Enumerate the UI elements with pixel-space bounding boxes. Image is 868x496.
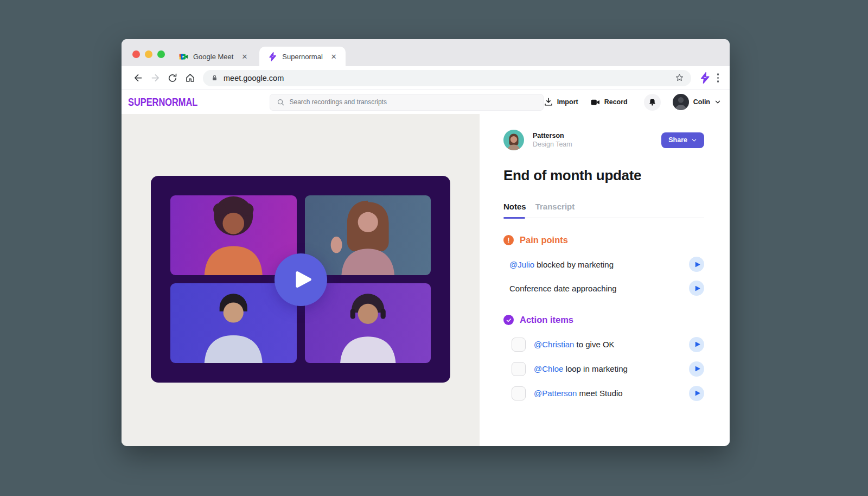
- supernormal-bolt-icon: [268, 52, 277, 61]
- participant-video-4: [305, 283, 431, 363]
- tab-label: Google Meet: [193, 53, 233, 61]
- browser-toolbar: meet.google.com: [122, 66, 730, 90]
- record-camera-icon: [590, 97, 601, 107]
- note-item: Conference date approaching: [509, 276, 704, 300]
- author-team: Design Team: [533, 141, 572, 148]
- tabs-divider: [503, 218, 704, 218]
- play-clip-button[interactable]: [689, 386, 704, 401]
- browser-tab-strip: Google Meet ✕ Supernormal ✕: [122, 39, 730, 66]
- participant-video-1: [170, 195, 297, 275]
- section-pain-points: ! Pain points: [503, 235, 704, 245]
- note-item-text: @Christian to give OK: [534, 340, 615, 349]
- tab-close-icon[interactable]: ✕: [241, 53, 247, 61]
- share-chevron-down-icon: [691, 137, 697, 143]
- meeting-title: End of month update: [503, 167, 704, 184]
- notes-tabs: Notes Transcript: [503, 202, 704, 218]
- exclamation-circle-icon: !: [503, 235, 514, 245]
- user-name: Colin: [693, 98, 710, 106]
- participant-video-3: [170, 283, 297, 363]
- task-checkbox[interactable]: [512, 362, 526, 376]
- app-header: SUPERNORMAL Import Record: [122, 90, 730, 114]
- share-button[interactable]: Share: [661, 132, 704, 148]
- note-item-text: @Julio blocked by marketing: [509, 260, 614, 269]
- tab-transcript[interactable]: Transcript: [535, 202, 575, 218]
- reload-button[interactable]: [164, 69, 181, 87]
- play-clip-button[interactable]: [689, 281, 704, 296]
- notifications-button[interactable]: [644, 94, 661, 111]
- section-label: Pain points: [520, 235, 568, 245]
- record-button[interactable]: Record: [590, 97, 628, 107]
- import-download-icon: [544, 97, 553, 107]
- home-button[interactable]: [181, 69, 199, 87]
- tab-notes[interactable]: Notes: [503, 202, 526, 218]
- action-item: @Christian to give OK: [512, 332, 704, 357]
- google-meet-icon: [179, 52, 188, 61]
- mention-link[interactable]: @Patterson: [534, 389, 577, 398]
- play-clip-button[interactable]: [689, 361, 704, 377]
- action-item: @Patterson meet Studio: [512, 381, 704, 405]
- forward-button[interactable]: [146, 69, 164, 87]
- close-window-button[interactable]: [132, 50, 140, 58]
- note-item: @Julio blocked by marketing: [509, 252, 704, 276]
- meeting-video-player[interactable]: [151, 176, 450, 383]
- supernormal-extension-icon[interactable]: [697, 69, 714, 87]
- supernormal-logo[interactable]: SUPERNORMAL: [128, 96, 197, 109]
- browser-menu-icon[interactable]: [714, 71, 723, 85]
- note-item-text: Conference date approaching: [509, 284, 617, 293]
- action-item: @Chloe loop in marketing: [512, 357, 704, 381]
- section-label: Action items: [520, 315, 573, 325]
- tab-supernormal[interactable]: Supernormal ✕: [259, 47, 345, 66]
- browser-window: Google Meet ✕ Supernormal ✕: [122, 39, 730, 446]
- tab-label: Supernormal: [282, 53, 322, 61]
- note-item-text: @Patterson meet Studio: [534, 389, 623, 398]
- back-button[interactable]: [129, 69, 146, 87]
- record-label: Record: [604, 98, 628, 106]
- note-item-text: @Chloe loop in marketing: [534, 364, 628, 373]
- user-avatar: [673, 94, 689, 110]
- search-icon: [277, 98, 285, 106]
- author-name: Patterson: [533, 132, 572, 139]
- address-bar[interactable]: meet.google.com: [203, 70, 691, 86]
- play-clip-button[interactable]: [689, 337, 704, 352]
- import-label: Import: [557, 98, 578, 106]
- chevron-down-icon: [714, 99, 721, 105]
- recording-stage: [122, 114, 480, 446]
- search-bar[interactable]: [270, 94, 544, 111]
- mention-link[interactable]: @Chloe: [534, 364, 563, 373]
- url-text: meet.google.com: [224, 74, 669, 82]
- user-menu[interactable]: Colin: [673, 94, 721, 110]
- bookmark-star-icon[interactable]: [674, 73, 685, 83]
- participant-video-2: [305, 195, 431, 275]
- mention-link[interactable]: @Julio: [509, 260, 534, 269]
- notes-panel: Patterson Design Team Share End of month…: [480, 114, 730, 446]
- author-avatar: [503, 130, 524, 150]
- play-recording-button[interactable]: [275, 253, 327, 306]
- mention-link[interactable]: @Christian: [534, 340, 574, 349]
- tab-google-meet[interactable]: Google Meet ✕: [171, 47, 255, 66]
- minimize-window-button[interactable]: [145, 50, 152, 58]
- lock-icon: [210, 74, 219, 82]
- task-checkbox[interactable]: [512, 338, 526, 352]
- check-circle-icon: [503, 315, 514, 325]
- task-checkbox[interactable]: [512, 386, 526, 400]
- zoom-window-button[interactable]: [157, 50, 165, 58]
- share-label: Share: [668, 136, 687, 144]
- search-input[interactable]: [290, 98, 537, 106]
- bell-icon: [648, 98, 657, 107]
- import-button[interactable]: Import: [544, 97, 578, 107]
- section-action-items: Action items: [503, 315, 704, 325]
- window-controls: [132, 50, 165, 58]
- tab-close-icon[interactable]: ✕: [331, 53, 337, 61]
- play-clip-button[interactable]: [689, 257, 704, 272]
